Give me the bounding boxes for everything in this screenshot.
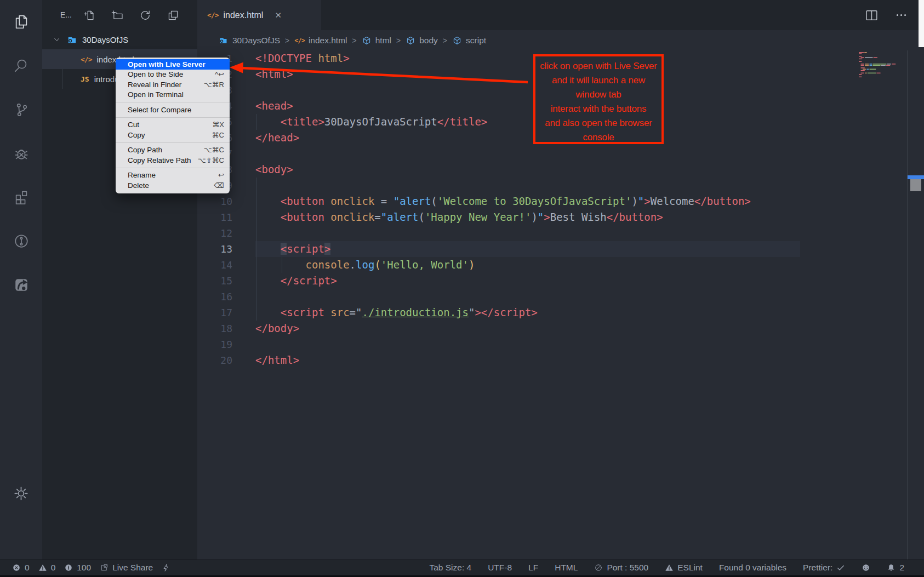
breadcrumb-index.html[interactable]: </>index.html	[294, 36, 347, 45]
menu-item-label: Select for Compare	[128, 106, 191, 114]
code-line-19[interactable]: 19	[197, 336, 907, 352]
activity-live-share-button[interactable]	[0, 268, 42, 302]
minimap[interactable]	[859, 52, 906, 79]
breadcrumb-30DaysOfJS[interactable]: 30DaysOfJS	[218, 36, 280, 45]
live-share-status-icon	[100, 563, 109, 572]
new-folder-button[interactable]	[111, 9, 123, 21]
code-line-17[interactable]: 17 <script src="./introduction.js"></scr…	[197, 305, 907, 321]
new-folder-icon	[111, 9, 123, 21]
status-eslint[interactable]: ESLint	[665, 563, 703, 573]
activity-source-control-button[interactable]	[0, 93, 42, 127]
collapse-all-icon	[167, 9, 179, 21]
menu-item-open-with-live-server[interactable]: Open with Live Server	[116, 59, 230, 70]
menu-item-reveal-in-finder[interactable]: Reveal in Finder⌥⌘R	[116, 79, 230, 90]
breadcrumb-script[interactable]: script	[452, 36, 486, 45]
status-live-share[interactable]: Live Share	[100, 563, 153, 573]
menu-item-rename[interactable]: Rename↩	[116, 170, 230, 181]
status-right: Tab Size: 4UTF-8LFHTMLPort : 5500ESLintF…	[429, 560, 904, 575]
code-line-16[interactable]: 16	[197, 289, 907, 305]
activity-extensions-button[interactable]	[0, 180, 42, 214]
line-number: 18	[197, 321, 232, 336]
cube-icon	[362, 36, 372, 45]
code-line-7[interactable]: 7	[197, 146, 907, 162]
more-actions-button[interactable]	[894, 8, 908, 24]
status-info[interactable]: 100	[64, 563, 91, 573]
menu-item-delete[interactable]: Delete⌫	[116, 180, 230, 191]
line-number: 16	[197, 289, 232, 305]
status-tab-size[interactable]: Tab Size: 4	[429, 563, 471, 573]
activity-gitlens-button[interactable]	[0, 224, 42, 258]
check-icon	[836, 563, 845, 572]
status-errors[interactable]: 0	[12, 563, 30, 573]
code-line-11[interactable]: 11 <button onclick="alert('Happy New Yea…	[197, 209, 907, 225]
refresh-button[interactable]	[139, 9, 151, 21]
menu-item-shortcut: ⌥⇧⌘C	[198, 156, 224, 164]
indent-guide	[256, 289, 257, 305]
status-encoding[interactable]: UTF-8	[488, 563, 512, 573]
status-label: 0	[51, 563, 56, 573]
code-line-20[interactable]: 20</html>	[197, 352, 907, 368]
split-editor-button[interactable]	[865, 8, 879, 24]
code-line-13[interactable]: 13 <script>	[197, 241, 907, 257]
status-label: 2	[899, 563, 904, 573]
activity-search-button[interactable]	[0, 49, 42, 83]
code-line-14[interactable]: 14 console.log('Hello, World')	[197, 257, 907, 273]
menu-item-cut[interactable]: Cut⌘X	[116, 120, 230, 130]
menu-item-select-for-compare[interactable]: Select for Compare	[116, 105, 230, 115]
status-language[interactable]: HTML	[555, 563, 578, 573]
annotation-line: interact with the buttons	[535, 102, 661, 116]
folder-icon	[66, 35, 78, 45]
tab-index-html[interactable]: </> index.html ✕	[197, 0, 321, 30]
code-text: <!DOCTYPE html>	[255, 50, 350, 66]
chevron-down-icon	[52, 35, 61, 44]
status-label: ESLint	[677, 563, 703, 573]
minimap-border	[907, 50, 908, 559]
menu-item-shortcut: ⌘X	[212, 121, 224, 129]
tab-close-icon[interactable]: ✕	[275, 10, 282, 20]
refresh-icon	[139, 9, 151, 21]
code-icon: </>	[294, 37, 305, 44]
status-port[interactable]: Port : 5500	[594, 563, 648, 573]
menu-item-open-in-terminal[interactable]: Open in Terminal	[116, 90, 230, 100]
port-icon	[594, 563, 603, 572]
status-variables[interactable]: Found 0 variables	[719, 563, 786, 573]
scrollbar-thumb[interactable]	[910, 179, 921, 191]
breadcrumb-separator: >	[396, 36, 401, 45]
status-flash[interactable]	[162, 563, 170, 572]
menu-item-open-to-the-side[interactable]: Open to the Side^↩	[116, 70, 230, 80]
menu-item-label: Copy Relative Path	[128, 156, 191, 164]
menu-item-copy-relative-path[interactable]: Copy Relative Path⌥⇧⌘C	[116, 155, 230, 165]
status-eol[interactable]: LF	[528, 563, 538, 573]
breadcrumb-separator: >	[352, 36, 357, 45]
breadcrumb-label: index.html	[309, 36, 347, 45]
annotation-line: and it will launch a new	[535, 73, 661, 88]
menu-item-label: Open to the Side	[128, 70, 183, 78]
status-notifications[interactable]: 2	[887, 563, 904, 573]
status-prettier[interactable]: Prettier:	[803, 563, 845, 573]
status-warnings[interactable]: 0	[38, 563, 56, 573]
code-line-9[interactable]: 9	[197, 178, 907, 193]
code-text: </body>	[255, 321, 299, 336]
code-line-18[interactable]: 18</body>	[197, 321, 907, 336]
explorer-icon	[13, 14, 30, 30]
status-feedback[interactable]	[862, 563, 870, 572]
activity-explorer-button[interactable]	[0, 5, 42, 39]
menu-item-copy-path[interactable]: Copy Path⌥⌘C	[116, 145, 230, 156]
code-line-12[interactable]: 12	[197, 225, 907, 241]
breadcrumb-body[interactable]: body	[406, 36, 438, 45]
code-line-8[interactable]: 8<body>	[197, 162, 907, 178]
activity-bar	[0, 0, 42, 559]
line-number: 17	[197, 305, 232, 321]
new-file-button[interactable]	[83, 9, 95, 21]
annotation-line: console	[535, 130, 661, 145]
collapse-all-button[interactable]	[167, 9, 179, 21]
breadcrumb-html[interactable]: html	[362, 36, 391, 45]
code-line-15[interactable]: 15 </script>	[197, 273, 907, 289]
activity-run-debug-button[interactable]	[0, 136, 42, 170]
menu-item-label: Reveal in Finder	[128, 81, 181, 89]
tree-root-folder[interactable]: 30DaysOfJS	[42, 30, 197, 49]
menu-item-copy[interactable]: Copy⌘C	[116, 130, 230, 140]
status-label: Prettier:	[803, 563, 832, 573]
settings-gear-button[interactable]	[0, 476, 42, 510]
code-line-10[interactable]: 10 <button onclick = "alert('Welcome to …	[197, 193, 907, 209]
